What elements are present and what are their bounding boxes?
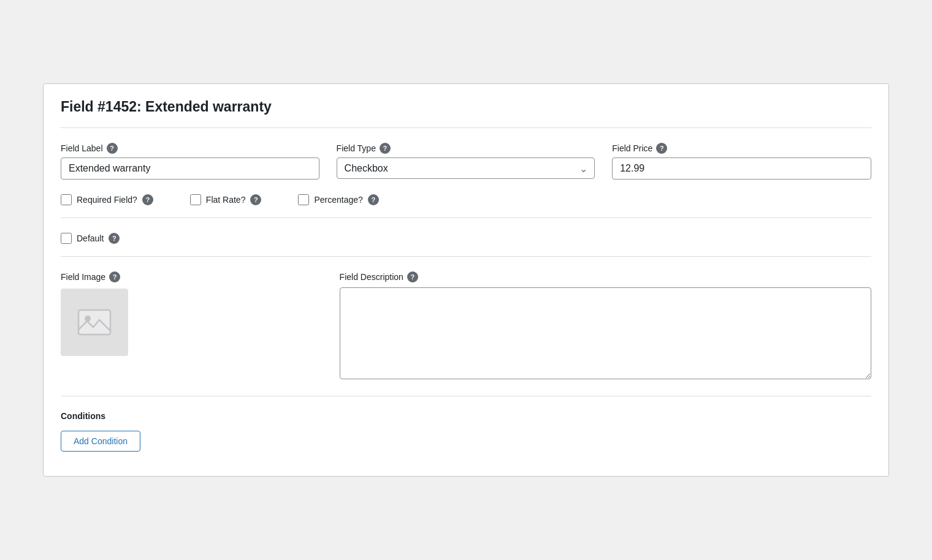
field-price-group: Field Price ? (612, 143, 871, 180)
field-image-help-icon[interactable]: ? (109, 271, 120, 282)
field-image-placeholder[interactable] (61, 289, 128, 356)
field-type-help-icon[interactable]: ? (380, 143, 391, 154)
percentage-checkbox[interactable] (298, 194, 309, 205)
field-price-input[interactable] (612, 157, 871, 180)
required-field-help-icon[interactable]: ? (142, 194, 153, 205)
field-type-group: Field Type ? Checkbox Text Select Radio … (337, 143, 595, 179)
form-row-main: Field Label ? Field Type ? Checkbox Text… (61, 143, 871, 180)
add-condition-button[interactable]: Add Condition (61, 431, 140, 452)
field-image-group: Field Image ? (61, 271, 323, 381)
field-description-text: Field Description (340, 272, 403, 282)
field-label-text: Field Label (61, 143, 103, 153)
field-price-label-row: Field Price ? (612, 143, 871, 154)
field-description-label-row: Field Description ? (340, 271, 871, 282)
flat-rate-group: Flat Rate? ? (190, 194, 262, 205)
field-description-group: Field Description ? (340, 271, 871, 381)
percentage-label[interactable]: Percentage? (314, 195, 362, 205)
required-field-label[interactable]: Required Field? (77, 195, 137, 205)
percentage-group: Percentage? ? (298, 194, 378, 205)
field-image-text: Field Image (61, 272, 105, 282)
field-label-group: Field Label ? (61, 143, 319, 180)
conditions-section: Conditions Add Condition (61, 411, 871, 452)
field-form-card: Field #1452: Extended warranty Field Lab… (43, 83, 889, 477)
flat-rate-label[interactable]: Flat Rate? (206, 195, 246, 205)
field-type-select[interactable]: Checkbox Text Select Radio Textarea (337, 157, 595, 179)
field-description-textarea[interactable] (340, 287, 871, 379)
field-label-help-icon[interactable]: ? (107, 143, 118, 154)
flat-rate-checkbox[interactable] (190, 194, 201, 205)
field-label-label-row: Field Label ? (61, 143, 319, 154)
svg-rect-0 (78, 310, 110, 335)
default-checkbox[interactable] (61, 233, 72, 244)
field-price-help-icon[interactable]: ? (656, 143, 667, 154)
checkbox-row: Required Field? ? Flat Rate? ? Percentag… (61, 194, 871, 218)
title-divider (61, 127, 871, 128)
required-field-group: Required Field? ? (61, 194, 153, 205)
field-label-input[interactable] (61, 157, 319, 180)
required-field-checkbox[interactable] (61, 194, 72, 205)
default-row: Default ? (61, 233, 871, 257)
field-description-help-icon[interactable]: ? (407, 271, 418, 282)
field-image-label-row: Field Image ? (61, 271, 323, 282)
field-type-select-wrapper: Checkbox Text Select Radio Textarea ⌄ (337, 157, 595, 179)
percentage-help-icon[interactable]: ? (368, 194, 379, 205)
conditions-title: Conditions (61, 411, 871, 421)
field-type-text: Field Type (337, 143, 376, 153)
field-price-text: Field Price (612, 143, 652, 153)
image-description-row: Field Image ? Field Description ? (61, 271, 871, 396)
page-title: Field #1452: Extended warranty (61, 99, 871, 115)
default-help-icon[interactable]: ? (109, 233, 120, 244)
field-type-label-row: Field Type ? (337, 143, 595, 154)
image-placeholder-icon (76, 304, 113, 341)
flat-rate-help-icon[interactable]: ? (250, 194, 261, 205)
default-label[interactable]: Default (77, 233, 104, 243)
